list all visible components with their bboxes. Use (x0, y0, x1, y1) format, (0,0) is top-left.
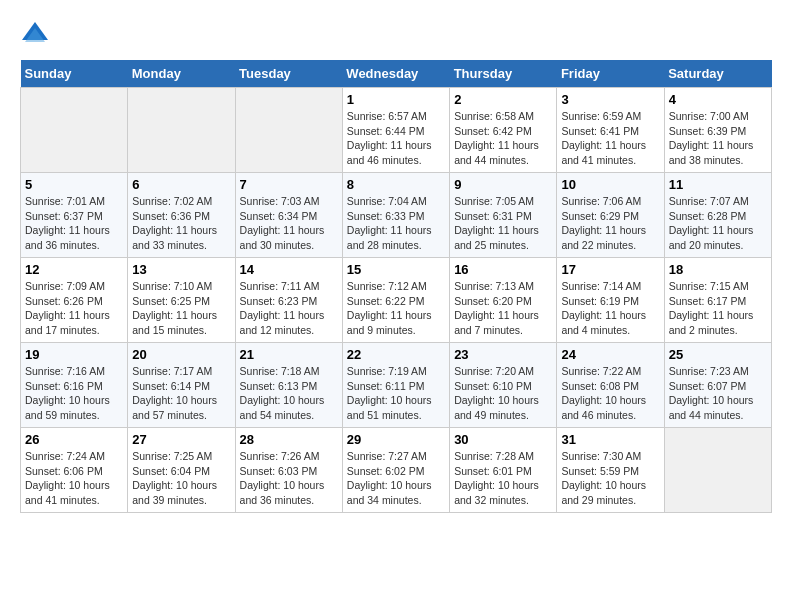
calendar-cell: 28Sunrise: 7:26 AM Sunset: 6:03 PM Dayli… (235, 428, 342, 513)
calendar-cell: 14Sunrise: 7:11 AM Sunset: 6:23 PM Dayli… (235, 258, 342, 343)
calendar-cell: 24Sunrise: 7:22 AM Sunset: 6:08 PM Dayli… (557, 343, 664, 428)
day-number: 23 (454, 347, 552, 362)
cell-content: Sunrise: 7:01 AM Sunset: 6:37 PM Dayligh… (25, 194, 123, 253)
day-number: 2 (454, 92, 552, 107)
day-number: 28 (240, 432, 338, 447)
day-number: 24 (561, 347, 659, 362)
calendar-cell: 8Sunrise: 7:04 AM Sunset: 6:33 PM Daylig… (342, 173, 449, 258)
weekday-header-row: SundayMondayTuesdayWednesdayThursdayFrid… (21, 60, 772, 88)
calendar-cell: 15Sunrise: 7:12 AM Sunset: 6:22 PM Dayli… (342, 258, 449, 343)
cell-content: Sunrise: 7:06 AM Sunset: 6:29 PM Dayligh… (561, 194, 659, 253)
calendar-cell: 30Sunrise: 7:28 AM Sunset: 6:01 PM Dayli… (450, 428, 557, 513)
day-number: 1 (347, 92, 445, 107)
calendar-cell: 5Sunrise: 7:01 AM Sunset: 6:37 PM Daylig… (21, 173, 128, 258)
calendar-week-row: 1Sunrise: 6:57 AM Sunset: 6:44 PM Daylig… (21, 88, 772, 173)
cell-content: Sunrise: 7:04 AM Sunset: 6:33 PM Dayligh… (347, 194, 445, 253)
cell-content: Sunrise: 7:07 AM Sunset: 6:28 PM Dayligh… (669, 194, 767, 253)
day-number: 21 (240, 347, 338, 362)
cell-content: Sunrise: 7:26 AM Sunset: 6:03 PM Dayligh… (240, 449, 338, 508)
logo-icon (20, 20, 50, 50)
day-number: 14 (240, 262, 338, 277)
calendar-cell: 16Sunrise: 7:13 AM Sunset: 6:20 PM Dayli… (450, 258, 557, 343)
day-number: 8 (347, 177, 445, 192)
cell-content: Sunrise: 7:27 AM Sunset: 6:02 PM Dayligh… (347, 449, 445, 508)
cell-content: Sunrise: 7:23 AM Sunset: 6:07 PM Dayligh… (669, 364, 767, 423)
cell-content: Sunrise: 6:57 AM Sunset: 6:44 PM Dayligh… (347, 109, 445, 168)
calendar-cell: 23Sunrise: 7:20 AM Sunset: 6:10 PM Dayli… (450, 343, 557, 428)
cell-content: Sunrise: 7:20 AM Sunset: 6:10 PM Dayligh… (454, 364, 552, 423)
calendar-cell: 4Sunrise: 7:00 AM Sunset: 6:39 PM Daylig… (664, 88, 771, 173)
calendar-cell: 9Sunrise: 7:05 AM Sunset: 6:31 PM Daylig… (450, 173, 557, 258)
weekday-header-saturday: Saturday (664, 60, 771, 88)
calendar-cell (235, 88, 342, 173)
day-number: 11 (669, 177, 767, 192)
day-number: 29 (347, 432, 445, 447)
calendar-cell (21, 88, 128, 173)
day-number: 10 (561, 177, 659, 192)
calendar-cell: 31Sunrise: 7:30 AM Sunset: 5:59 PM Dayli… (557, 428, 664, 513)
day-number: 9 (454, 177, 552, 192)
calendar-cell: 18Sunrise: 7:15 AM Sunset: 6:17 PM Dayli… (664, 258, 771, 343)
cell-content: Sunrise: 7:13 AM Sunset: 6:20 PM Dayligh… (454, 279, 552, 338)
cell-content: Sunrise: 6:59 AM Sunset: 6:41 PM Dayligh… (561, 109, 659, 168)
weekday-header-friday: Friday (557, 60, 664, 88)
cell-content: Sunrise: 7:03 AM Sunset: 6:34 PM Dayligh… (240, 194, 338, 253)
calendar-cell: 29Sunrise: 7:27 AM Sunset: 6:02 PM Dayli… (342, 428, 449, 513)
day-number: 27 (132, 432, 230, 447)
cell-content: Sunrise: 7:05 AM Sunset: 6:31 PM Dayligh… (454, 194, 552, 253)
day-number: 17 (561, 262, 659, 277)
weekday-header-thursday: Thursday (450, 60, 557, 88)
calendar-cell: 10Sunrise: 7:06 AM Sunset: 6:29 PM Dayli… (557, 173, 664, 258)
calendar-week-row: 26Sunrise: 7:24 AM Sunset: 6:06 PM Dayli… (21, 428, 772, 513)
day-number: 20 (132, 347, 230, 362)
calendar-week-row: 12Sunrise: 7:09 AM Sunset: 6:26 PM Dayli… (21, 258, 772, 343)
calendar-cell: 12Sunrise: 7:09 AM Sunset: 6:26 PM Dayli… (21, 258, 128, 343)
day-number: 16 (454, 262, 552, 277)
weekday-header-monday: Monday (128, 60, 235, 88)
calendar-cell: 13Sunrise: 7:10 AM Sunset: 6:25 PM Dayli… (128, 258, 235, 343)
page-header (20, 20, 772, 50)
calendar-cell: 2Sunrise: 6:58 AM Sunset: 6:42 PM Daylig… (450, 88, 557, 173)
cell-content: Sunrise: 7:14 AM Sunset: 6:19 PM Dayligh… (561, 279, 659, 338)
day-number: 19 (25, 347, 123, 362)
day-number: 18 (669, 262, 767, 277)
calendar-cell: 1Sunrise: 6:57 AM Sunset: 6:44 PM Daylig… (342, 88, 449, 173)
weekday-header-sunday: Sunday (21, 60, 128, 88)
calendar-table: SundayMondayTuesdayWednesdayThursdayFrid… (20, 60, 772, 513)
day-number: 13 (132, 262, 230, 277)
cell-content: Sunrise: 7:15 AM Sunset: 6:17 PM Dayligh… (669, 279, 767, 338)
cell-content: Sunrise: 7:30 AM Sunset: 5:59 PM Dayligh… (561, 449, 659, 508)
cell-content: Sunrise: 7:10 AM Sunset: 6:25 PM Dayligh… (132, 279, 230, 338)
cell-content: Sunrise: 7:09 AM Sunset: 6:26 PM Dayligh… (25, 279, 123, 338)
calendar-cell: 22Sunrise: 7:19 AM Sunset: 6:11 PM Dayli… (342, 343, 449, 428)
calendar-cell: 7Sunrise: 7:03 AM Sunset: 6:34 PM Daylig… (235, 173, 342, 258)
cell-content: Sunrise: 7:02 AM Sunset: 6:36 PM Dayligh… (132, 194, 230, 253)
cell-content: Sunrise: 7:25 AM Sunset: 6:04 PM Dayligh… (132, 449, 230, 508)
calendar-cell: 25Sunrise: 7:23 AM Sunset: 6:07 PM Dayli… (664, 343, 771, 428)
cell-content: Sunrise: 7:28 AM Sunset: 6:01 PM Dayligh… (454, 449, 552, 508)
cell-content: Sunrise: 7:24 AM Sunset: 6:06 PM Dayligh… (25, 449, 123, 508)
cell-content: Sunrise: 7:00 AM Sunset: 6:39 PM Dayligh… (669, 109, 767, 168)
day-number: 6 (132, 177, 230, 192)
day-number: 4 (669, 92, 767, 107)
calendar-cell (128, 88, 235, 173)
logo (20, 20, 54, 50)
calendar-cell: 19Sunrise: 7:16 AM Sunset: 6:16 PM Dayli… (21, 343, 128, 428)
day-number: 22 (347, 347, 445, 362)
cell-content: Sunrise: 7:16 AM Sunset: 6:16 PM Dayligh… (25, 364, 123, 423)
cell-content: Sunrise: 7:19 AM Sunset: 6:11 PM Dayligh… (347, 364, 445, 423)
weekday-header-tuesday: Tuesday (235, 60, 342, 88)
day-number: 5 (25, 177, 123, 192)
day-number: 3 (561, 92, 659, 107)
calendar-cell: 21Sunrise: 7:18 AM Sunset: 6:13 PM Dayli… (235, 343, 342, 428)
day-number: 7 (240, 177, 338, 192)
day-number: 26 (25, 432, 123, 447)
calendar-cell (664, 428, 771, 513)
cell-content: Sunrise: 7:22 AM Sunset: 6:08 PM Dayligh… (561, 364, 659, 423)
day-number: 25 (669, 347, 767, 362)
day-number: 15 (347, 262, 445, 277)
cell-content: Sunrise: 7:11 AM Sunset: 6:23 PM Dayligh… (240, 279, 338, 338)
calendar-cell: 26Sunrise: 7:24 AM Sunset: 6:06 PM Dayli… (21, 428, 128, 513)
calendar-cell: 3Sunrise: 6:59 AM Sunset: 6:41 PM Daylig… (557, 88, 664, 173)
cell-content: Sunrise: 7:17 AM Sunset: 6:14 PM Dayligh… (132, 364, 230, 423)
